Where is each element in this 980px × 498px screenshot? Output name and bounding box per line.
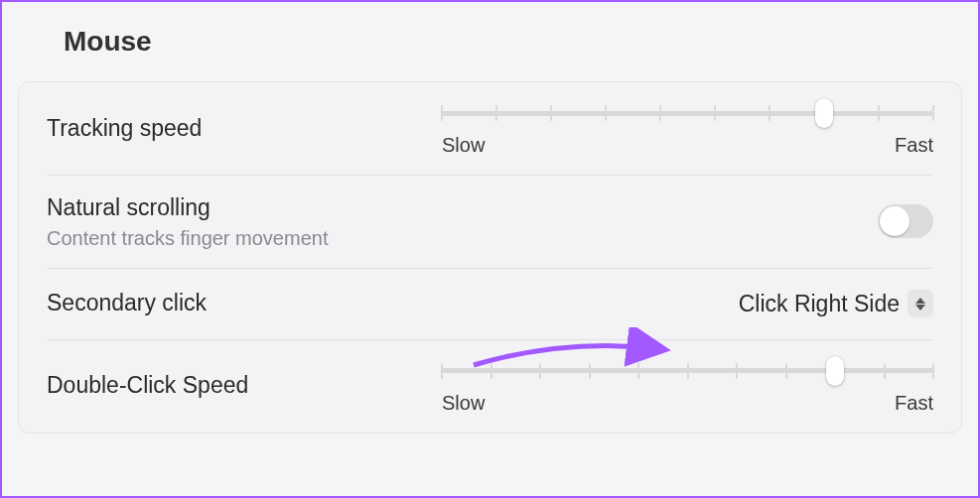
settings-panel: Tracking speed Slow Fast Natural scrolli…	[18, 81, 962, 434]
double-click-speed-label: Double-Click Speed	[47, 371, 248, 401]
natural-scrolling-label: Natural scrolling	[47, 193, 328, 223]
updown-chevron-icon	[908, 290, 933, 317]
tracking-speed-slider-thumb[interactable]	[815, 98, 833, 128]
toggle-knob	[880, 206, 910, 236]
tracking-speed-slider[interactable]	[442, 100, 933, 126]
tracking-max-label: Fast	[895, 134, 933, 157]
natural-scrolling-sublabel: Content tracks finger movement	[47, 227, 328, 250]
page-title: Mouse	[64, 26, 978, 58]
double-click-speed-slider-block: Slow Fast	[442, 358, 933, 415]
secondary-click-dropdown[interactable]: Click Right Side	[739, 290, 933, 317]
row-tracking-speed: Tracking speed Slow Fast	[47, 82, 933, 176]
double-click-min-label: Slow	[442, 392, 485, 415]
secondary-click-value: Click Right Side	[739, 291, 900, 317]
row-secondary-click: Secondary click Click Right Side	[47, 269, 933, 340]
tracking-speed-slider-block: Slow Fast	[442, 100, 933, 157]
tracking-min-label: Slow	[442, 134, 485, 157]
double-click-speed-slider-thumb[interactable]	[826, 356, 844, 386]
tracking-speed-label: Tracking speed	[47, 114, 202, 144]
row-natural-scrolling: Natural scrolling Content tracks finger …	[47, 176, 933, 269]
secondary-click-label: Secondary click	[47, 289, 207, 318]
double-click-max-label: Fast	[895, 392, 933, 415]
double-click-speed-slider[interactable]	[442, 358, 933, 384]
natural-scrolling-toggle[interactable]	[878, 204, 933, 238]
row-double-click-speed: Double-Click Speed Slow Fast	[47, 340, 933, 433]
